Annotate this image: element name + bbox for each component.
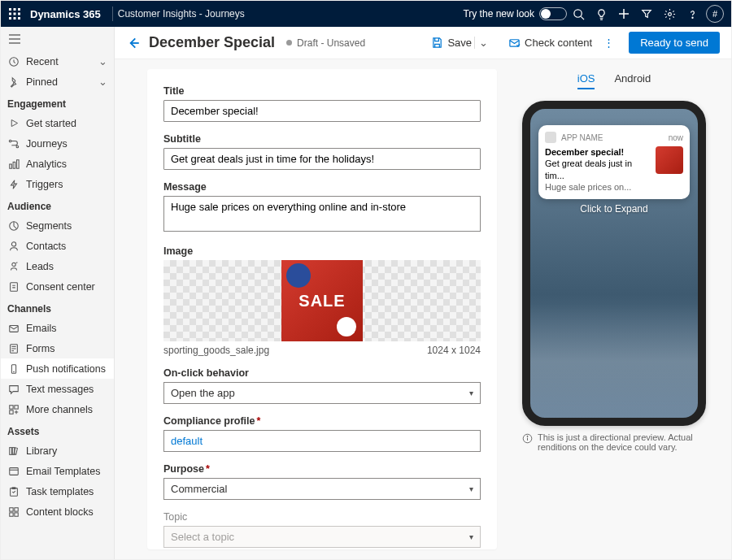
svg-rect-43 <box>10 507 13 510</box>
sidebar-label: Text messages <box>26 384 94 395</box>
sidebar-item-triggers[interactable]: Triggers <box>1 174 114 194</box>
sidebar-label: More channels <box>26 404 93 415</box>
tab-android[interactable]: Android <box>614 69 651 89</box>
svg-rect-22 <box>13 162 15 168</box>
sidebar-label: Leads <box>26 261 54 272</box>
sidebar-label: Content blocks <box>26 506 94 518</box>
clock-icon <box>7 55 20 68</box>
trigger-icon <box>7 178 20 191</box>
tab-ios[interactable]: iOS <box>577 69 595 89</box>
svg-rect-40 <box>10 467 19 475</box>
back-button[interactable] <box>126 36 141 50</box>
save-split-chevron-icon[interactable]: ⌄ <box>474 37 488 49</box>
add-icon[interactable] <box>612 2 635 25</box>
more-actions-icon[interactable]: ⋮ <box>597 33 621 52</box>
sidebar-label: Get started <box>26 118 76 129</box>
click-to-expand-label[interactable]: Click to Expand <box>530 203 698 215</box>
sidebar-item-get-started[interactable]: Get started <box>1 113 114 133</box>
email-icon <box>7 322 20 335</box>
sidebar-label: Library <box>26 445 57 457</box>
library-icon <box>7 445 20 458</box>
pin-icon <box>7 76 20 89</box>
task-template-icon <box>7 485 20 498</box>
message-textarea[interactable] <box>163 196 481 232</box>
sidebar-item-contacts[interactable]: Contacts <box>1 236 114 256</box>
try-new-look-label: Try the new look <box>463 8 534 20</box>
purpose-select[interactable]: Commercial ▾ <box>163 478 481 500</box>
svg-rect-44 <box>15 507 18 510</box>
check-content-button[interactable]: Check content <box>503 33 597 53</box>
editor-form: Title Subtitle Message Image SALE <box>147 69 497 549</box>
topic-select: Select a topic ▾ <box>163 526 481 548</box>
consent-icon <box>7 280 20 293</box>
preview-title: December special! <box>545 146 651 158</box>
chevron-down-icon: ▾ <box>469 532 473 541</box>
try-new-look-toggle[interactable] <box>539 7 567 20</box>
sidebar-item-task-templates[interactable]: Task templates <box>1 481 114 501</box>
sidebar-item-emails[interactable]: Emails <box>1 318 114 338</box>
journey-icon <box>7 137 20 150</box>
chevron-down-icon: ▾ <box>469 389 473 397</box>
contact-icon <box>7 240 20 253</box>
save-button[interactable]: Save ⌄ <box>425 33 493 53</box>
preview-panel: iOS Android APP NAME now December specia… <box>497 59 731 559</box>
sidebar-item-library[interactable]: Library <box>1 441 114 461</box>
preview-message: Huge sale prices on... <box>545 181 651 193</box>
sidebar-item-recent[interactable]: Recent ⌄ <box>1 51 114 72</box>
subtitle-input[interactable] <box>163 148 481 170</box>
ready-to-send-button[interactable]: Ready to send <box>629 32 720 54</box>
image-preview-box[interactable]: SALE <box>163 260 481 341</box>
svg-point-26 <box>12 263 15 266</box>
sms-icon <box>7 383 20 396</box>
sidebar-item-journeys[interactable]: Journeys <box>1 133 114 154</box>
compliance-value: default <box>171 435 203 447</box>
status-text: Draft - Unsaved <box>297 37 365 49</box>
sidebar-item-email-templates[interactable]: Email Templates <box>1 461 114 481</box>
info-icon <box>522 433 533 444</box>
search-icon[interactable] <box>567 2 590 25</box>
on-click-select[interactable]: Open the app ▾ <box>163 382 481 404</box>
settings-icon[interactable] <box>658 2 681 25</box>
chevron-down-icon: ⌄ <box>98 76 107 88</box>
sidebar-label: Task templates <box>26 486 94 497</box>
help-icon[interactable] <box>681 2 704 25</box>
preview-disclaimer: This is just a directional preview. Actu… <box>522 432 706 452</box>
compliance-select[interactable]: default <box>163 430 481 452</box>
lightbulb-icon[interactable] <box>590 2 612 25</box>
sidebar-label: Analytics <box>26 158 67 170</box>
save-icon <box>430 37 443 50</box>
nav-sidebar: Recent ⌄ Pinned ⌄ Engagement Get started… <box>1 27 115 559</box>
sidebar-item-text-messages[interactable]: Text messages <box>1 379 114 399</box>
sidebar-item-push-notifications[interactable]: Push notifications <box>1 358 114 379</box>
uploaded-image-thumbnail: SALE <box>281 260 363 341</box>
svg-point-9 <box>573 9 581 16</box>
sidebar-item-content-blocks[interactable]: Content blocks <box>1 501 114 522</box>
message-label: Message <box>163 181 481 193</box>
image-dimensions: 1024 x 1024 <box>427 345 481 356</box>
check-content-icon <box>508 37 521 50</box>
sidebar-item-segments[interactable]: Segments <box>1 215 114 236</box>
svg-point-20 <box>16 145 19 148</box>
analytics-icon <box>7 158 20 171</box>
topbar-divider <box>112 7 113 21</box>
sidebar-item-forms[interactable]: Forms <box>1 338 114 358</box>
svg-rect-3 <box>9 13 11 15</box>
sidebar-heading-audience: Audience <box>1 194 114 215</box>
svg-rect-36 <box>15 405 18 408</box>
svg-point-51 <box>527 436 528 436</box>
brand-label: Dynamics 365 <box>30 8 101 20</box>
sidebar-item-analytics[interactable]: Analytics <box>1 154 114 174</box>
collapse-sidebar-icon[interactable] <box>1 27 114 51</box>
app-launcher-icon[interactable] <box>6 5 24 23</box>
sidebar-item-pinned[interactable]: Pinned ⌄ <box>1 72 114 92</box>
sidebar-heading-engagement: Engagement <box>1 92 114 113</box>
account-avatar[interactable]: # <box>704 2 726 25</box>
content-blocks-icon <box>7 506 20 519</box>
preview-subtitle: Get great deals just in tim... <box>545 158 651 181</box>
sidebar-item-leads[interactable]: Leads <box>1 256 114 276</box>
title-input[interactable] <box>163 100 481 122</box>
filter-icon[interactable] <box>635 2 658 25</box>
sidebar-item-consent-center[interactable]: Consent center <box>1 276 114 297</box>
sidebar-item-more-channels[interactable]: More channels <box>1 399 114 419</box>
svg-rect-6 <box>9 17 11 20</box>
